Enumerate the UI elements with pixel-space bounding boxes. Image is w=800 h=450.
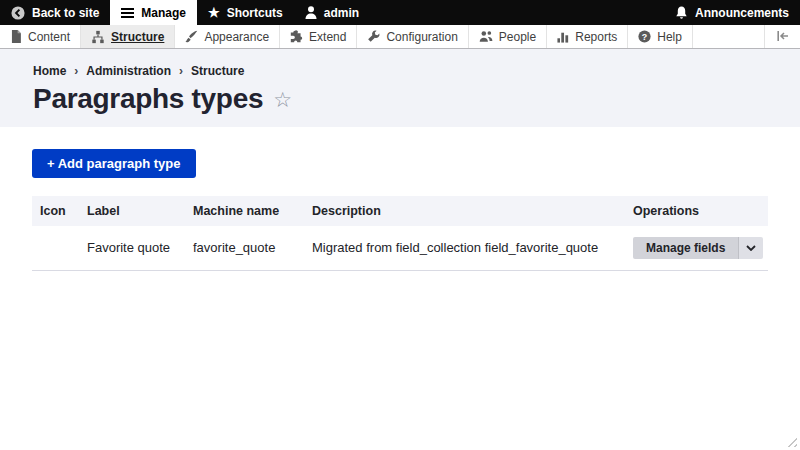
shortcuts-label: Shortcuts bbox=[227, 6, 283, 20]
main-content: + Add paragraph type Icon Label Machine … bbox=[0, 127, 800, 271]
manage-tab[interactable]: Manage bbox=[110, 0, 197, 25]
bell-icon bbox=[675, 6, 688, 20]
manage-fields-button[interactable]: Manage fields bbox=[633, 237, 738, 259]
admin-toolbar: Back to site Manage ★ Shortcuts admin An… bbox=[0, 0, 800, 25]
add-paragraph-type-button[interactable]: + Add paragraph type bbox=[32, 149, 196, 178]
manage-label: Manage bbox=[141, 6, 186, 20]
two-people-icon bbox=[479, 30, 493, 43]
menu-item-label: Structure bbox=[111, 30, 164, 44]
menu-item-label: Extend bbox=[309, 30, 346, 44]
table-row: Favorite quote favorite_quote Migrated f… bbox=[32, 226, 768, 271]
column-header-description: Description bbox=[304, 196, 625, 226]
breadcrumb-structure-link[interactable]: Structure bbox=[191, 64, 244, 78]
menu-item-extend[interactable]: Extend bbox=[280, 25, 357, 48]
menu-item-appearance[interactable]: Appearance bbox=[175, 25, 280, 48]
cell-description: Migrated from field_collection field_fav… bbox=[304, 226, 625, 271]
breadcrumb-separator: › bbox=[74, 64, 78, 78]
operations-dropdown-toggle[interactable] bbox=[738, 237, 763, 259]
page-header: Home › Administration › Structure Paragr… bbox=[0, 49, 800, 127]
column-header-machine-name: Machine name bbox=[185, 196, 304, 226]
page-title: Paragraphs types bbox=[33, 84, 263, 115]
topbar-spacer bbox=[370, 0, 664, 25]
menu-item-content[interactable]: Content bbox=[0, 25, 81, 48]
announcements-label: Announcements bbox=[695, 6, 789, 20]
menu-item-configuration[interactable]: Configuration bbox=[357, 25, 468, 48]
menu-item-label: Configuration bbox=[386, 30, 457, 44]
menu-item-label: People bbox=[499, 30, 536, 44]
question-circle-icon: ? bbox=[638, 30, 651, 43]
cell-label: Favorite quote bbox=[79, 226, 185, 271]
shortcut-star-icon[interactable]: ☆ bbox=[273, 89, 292, 110]
cell-machine-name: favorite_quote bbox=[185, 226, 304, 271]
cell-icon bbox=[32, 226, 79, 271]
wrench-icon bbox=[367, 30, 380, 43]
document-icon bbox=[10, 30, 22, 43]
operations-dropbutton: Manage fields bbox=[633, 237, 763, 259]
collapse-left-icon bbox=[777, 30, 789, 44]
breadcrumb-administration-link[interactable]: Administration bbox=[86, 64, 171, 78]
user-menu[interactable]: admin bbox=[294, 0, 370, 25]
announcements-button[interactable]: Announcements bbox=[664, 0, 800, 25]
bar-chart-icon bbox=[557, 31, 569, 43]
window-resize-grip[interactable] bbox=[784, 434, 797, 447]
toolbar-orientation-toggle[interactable] bbox=[764, 25, 800, 48]
column-header-icon: Icon bbox=[32, 196, 79, 226]
user-label: admin bbox=[324, 6, 359, 20]
breadcrumb-home-link[interactable]: Home bbox=[33, 64, 66, 78]
back-to-site-link[interactable]: Back to site bbox=[0, 0, 110, 25]
menu-item-label: Appearance bbox=[204, 30, 269, 44]
column-header-label: Label bbox=[79, 196, 185, 226]
menu-item-reports[interactable]: Reports bbox=[547, 25, 628, 48]
menu-item-structure[interactable]: Structure bbox=[81, 25, 175, 48]
paragraph-types-table: Icon Label Machine name Description Oper… bbox=[32, 196, 768, 271]
menu-item-help[interactable]: ? Help bbox=[628, 25, 693, 48]
breadcrumb-separator: › bbox=[179, 64, 183, 78]
menu-item-people[interactable]: People bbox=[469, 25, 547, 48]
person-icon bbox=[305, 6, 317, 19]
menu-item-label: Help bbox=[657, 30, 682, 44]
shortcuts-tab[interactable]: ★ Shortcuts bbox=[197, 0, 294, 25]
sitemap-icon bbox=[91, 30, 105, 44]
chevron-down-icon bbox=[746, 245, 756, 251]
menu-item-label: Content bbox=[28, 30, 70, 44]
paintbrush-icon bbox=[185, 30, 198, 43]
column-header-operations: Operations bbox=[625, 196, 768, 226]
table-header-row: Icon Label Machine name Description Oper… bbox=[32, 196, 768, 226]
cell-operations: Manage fields bbox=[625, 226, 768, 271]
puzzle-icon bbox=[290, 30, 303, 43]
admin-menu-bar: Content Structure Appearance Extend Conf… bbox=[0, 25, 800, 49]
svg-text:?: ? bbox=[642, 32, 647, 42]
star-icon: ★ bbox=[208, 6, 220, 19]
breadcrumb: Home › Administration › Structure bbox=[33, 64, 768, 78]
chevron-left-circle-icon bbox=[11, 6, 25, 20]
back-to-site-label: Back to site bbox=[32, 6, 99, 20]
hamburger-icon bbox=[121, 8, 134, 18]
menu-item-label: Reports bbox=[575, 30, 617, 44]
